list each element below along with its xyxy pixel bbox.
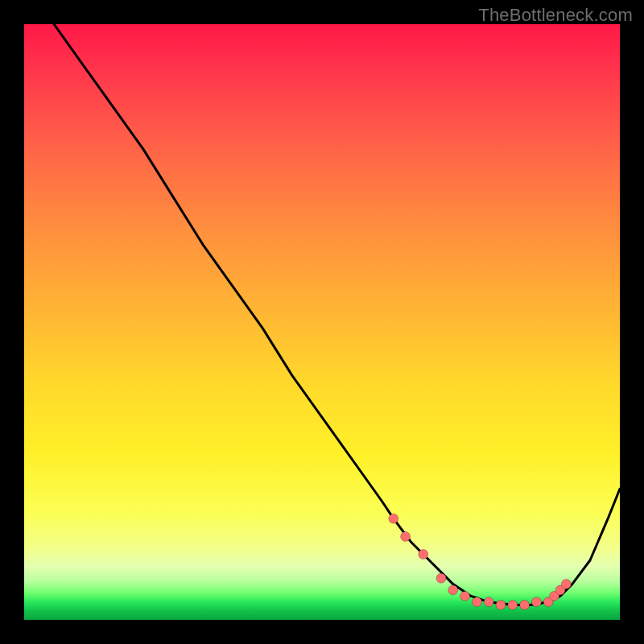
marker-dot <box>460 591 470 601</box>
marker-dot <box>436 573 446 583</box>
marker-dot <box>401 531 411 541</box>
watermark-text: TheBottleneck.com <box>478 5 633 26</box>
bottleneck-curve <box>54 24 620 605</box>
chart-stage: TheBottleneck.com <box>0 0 644 644</box>
marker-dot <box>389 514 398 523</box>
marker-dot <box>496 601 506 610</box>
marker-dot <box>472 597 481 607</box>
marker-dot <box>508 601 518 610</box>
highlight-markers <box>389 514 572 609</box>
marker-dot <box>561 580 571 589</box>
marker-dot <box>419 550 428 559</box>
marker-dot <box>484 597 493 607</box>
marker-dot <box>531 597 541 607</box>
marker-dot <box>520 601 530 610</box>
plot-area <box>24 24 620 620</box>
marker-dot <box>448 585 458 595</box>
curve-layer <box>24 24 620 620</box>
